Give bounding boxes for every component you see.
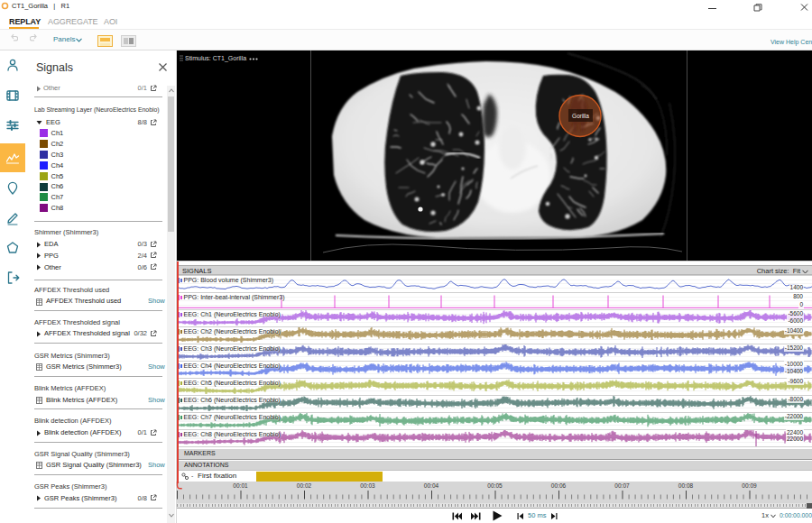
svg-text:Gorilla: Gorilla	[572, 113, 589, 119]
